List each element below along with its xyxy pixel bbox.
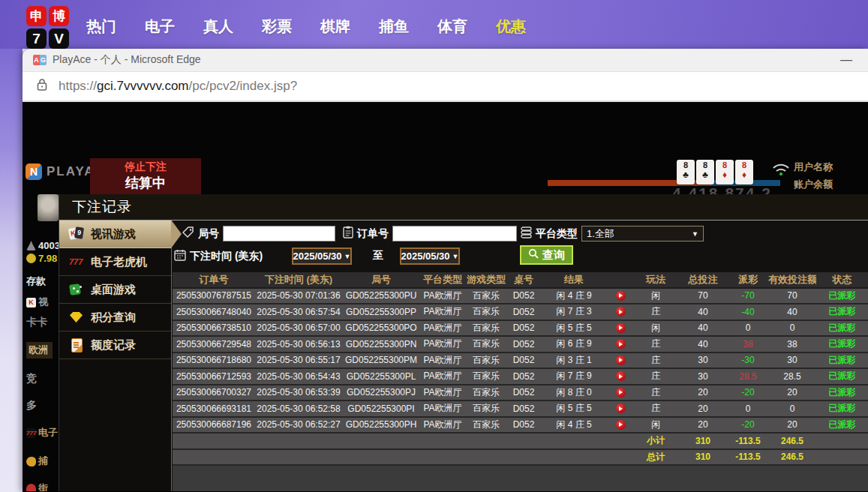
table-status-banner: 停止下注 结算中: [90, 158, 201, 195]
sidebar-tab-3[interactable]: 桌面游戏: [59, 276, 171, 304]
nav-item-5[interactable]: 棋牌: [319, 16, 352, 37]
total-payout: -113.5: [728, 436, 768, 446]
cell-replay: [608, 291, 633, 301]
left-menu-item-11[interactable]: 街: [26, 482, 48, 491]
total-bet: 310: [678, 436, 728, 446]
date-to-picker[interactable]: 2025/05/30 ▼: [400, 248, 460, 265]
joy-icon: [26, 484, 36, 492]
minimize-button[interactable]: —: [835, 53, 857, 67]
cell-replay: [608, 371, 633, 381]
cell-valid-bet: 70: [768, 290, 816, 301]
cell-game-type: 百家乐: [465, 418, 507, 431]
lock-icon[interactable]: [36, 78, 48, 94]
cell-platform: PA欧洲厅: [420, 370, 465, 382]
grand-total-row: 总计310-113.5246.5: [173, 450, 868, 466]
sidebar-tab-2[interactable]: 电子老虎机: [59, 248, 171, 276]
left-menu-item-6[interactable]: 欧洲: [26, 342, 53, 358]
cell-round-number: GD052255300PP: [342, 307, 420, 317]
table-row-4: 2505300667295482025-05-30 06:56:13GD0522…: [173, 337, 868, 353]
date-to-value: 2025/05/30: [401, 250, 450, 262]
nav-item-4[interactable]: 彩票: [260, 16, 293, 37]
window-titlebar[interactable]: A G PlayAce - 个人 - Microsoft Edge —: [23, 49, 868, 72]
left-menu-item-9[interactable]: 777电子: [26, 426, 58, 440]
left-menu-item-2[interactable]: 7.98: [26, 253, 57, 264]
bet-time-filter-group: 下注时间 (美东): [174, 249, 263, 264]
play-replay-icon[interactable]: [616, 404, 626, 413]
left-menu-item-1[interactable]: 4003: [26, 240, 60, 251]
nav-item-3[interactable]: 真人: [202, 16, 235, 37]
left-menu-item-10[interactable]: 捕: [26, 454, 48, 468]
left-menu-item-4[interactable]: K视: [26, 296, 48, 309]
cell-payout: -20: [728, 419, 768, 430]
cell-result: 闲 5 庄 5: [540, 402, 608, 415]
page-content: N PLAYACE 停止下注 结算中 8♣8♣8♦8♦ 4,418,874.2 …: [23, 102, 868, 491]
cell-result: 闲 4 庄 5: [540, 418, 608, 431]
cell-bet-time: 2025-05-30 06:56:13: [255, 339, 342, 350]
play-replay-icon[interactable]: [616, 420, 626, 430]
cell-payout: 0: [728, 404, 768, 414]
cell-replay: [608, 339, 633, 349]
playing-card: 8♦: [716, 160, 734, 184]
user-avatar[interactable]: [38, 194, 59, 221]
search-button[interactable]: 查询: [520, 245, 573, 265]
round-number-input[interactable]: [223, 226, 335, 242]
nav-item-7[interactable]: 体育: [436, 16, 469, 37]
left-menu-item-3[interactable]: 存款: [26, 274, 46, 288]
nav-item-8[interactable]: 优惠: [494, 16, 527, 37]
sidebar-tab-label: 视讯游戏: [91, 227, 136, 242]
cell-game-type: 百家乐: [465, 354, 507, 367]
date-from-picker[interactable]: 2025/05/30 ▼: [292, 248, 352, 265]
play-replay-icon[interactable]: [616, 339, 626, 349]
address-bar[interactable]: https://gci.7vvvvvv.com/pc/pcv2/index.js…: [23, 72, 868, 102]
bet-records-modal: 下注记录 视讯游戏电子老虎机桌面游戏积分查询额度记录 局号: [59, 194, 868, 491]
left-menu-item-5[interactable]: 卡卡: [26, 316, 47, 329]
favicon-letter: A: [33, 55, 40, 65]
playing-card: 8♣: [677, 160, 695, 184]
cell-platform: PA欧洲厅: [420, 402, 465, 415]
cell-total-bet: 20: [678, 387, 728, 398]
header-cell-5: 游戏类型: [465, 273, 507, 286]
cell-game-type: 百家乐: [465, 290, 507, 302]
cell-play-type: 庄: [633, 402, 678, 415]
cell-result: 闲 7 庄 9: [540, 370, 608, 382]
fish-icon: [26, 457, 36, 466]
left-menu-item-7[interactable]: 竞: [26, 372, 37, 386]
platform-type-select[interactable]: 1.全部 ▼: [581, 226, 704, 242]
cell-bet-time: 2025-05-30 06:57:54: [255, 307, 342, 317]
edge-window: A G PlayAce - 个人 - Microsoft Edge — http…: [23, 49, 868, 492]
sidebar-tab-5[interactable]: 额度记录: [59, 332, 171, 359]
play-replay-icon[interactable]: [616, 388, 626, 398]
sidebar-tab-1[interactable]: 视讯游戏: [59, 220, 171, 248]
play-replay-icon[interactable]: [616, 371, 626, 381]
cell-result: 闲 3 庄 1: [540, 354, 608, 367]
cell-round-number: GD052255300PI: [342, 404, 420, 414]
header-cell-6: 桌号: [507, 273, 540, 286]
sidebar-tab-4[interactable]: 积分查询: [59, 304, 171, 332]
header-cell-2: 下注时间 (美东): [255, 273, 342, 286]
card-icon: K: [26, 298, 36, 308]
cell-payout: -40: [728, 307, 768, 317]
cell-round-number: GD052255300PM: [342, 355, 420, 365]
left-menu-item-label: 视: [38, 296, 48, 309]
cell-round-number: GD052255300PN: [342, 339, 420, 350]
cell-total-bet: 40: [678, 322, 728, 333]
play-replay-icon[interactable]: [616, 291, 626, 301]
play-replay-icon[interactable]: [616, 356, 626, 365]
total-valid-bet: 246.5: [768, 452, 816, 462]
nav-item-6[interactable]: 捕鱼: [377, 16, 410, 37]
platform-icon: [521, 226, 532, 242]
account-label-balance: 账户余额: [794, 178, 833, 191]
cell-valid-bet: 20: [768, 419, 816, 430]
wifi-icon: [771, 162, 791, 180]
nav-item-1[interactable]: 热门: [85, 16, 118, 37]
order-number-input[interactable]: [392, 226, 517, 242]
window-title: PlayAce - 个人 - Microsoft Edge: [53, 53, 201, 67]
left-menu-item-8[interactable]: 多: [26, 399, 37, 412]
nav-item-2[interactable]: 电子: [143, 16, 176, 37]
chevron-down-icon: ▼: [344, 253, 351, 260]
play-replay-icon[interactable]: [616, 307, 626, 316]
cell-bet-time: 2025-05-30 06:55:17: [255, 355, 342, 365]
url-text[interactable]: https://gci.7vvvvvv.com/pc/pcv2/index.js…: [59, 79, 297, 94]
left-menu-item-label: 街: [38, 482, 48, 491]
play-replay-icon[interactable]: [616, 323, 626, 333]
